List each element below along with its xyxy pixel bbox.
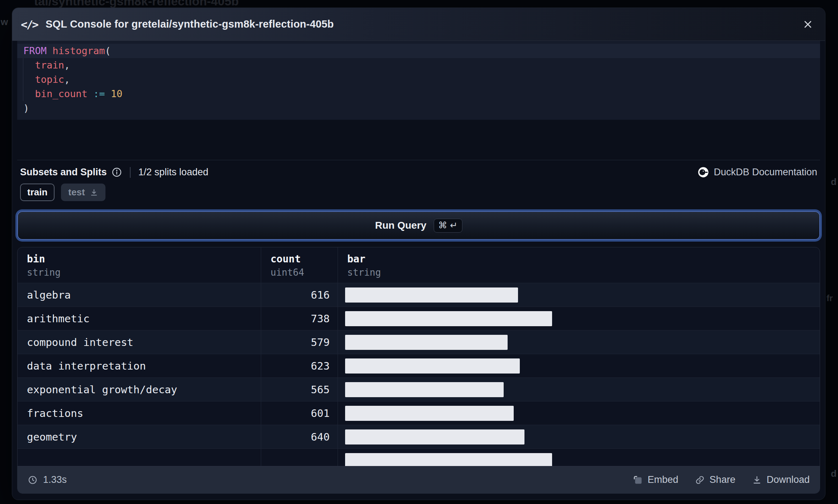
table-row: data interpretation623 [18,354,820,377]
page-backdrop: { "backdrop": { "fragments": [ { "text":… [0,0,838,504]
background-text-fragment: tai/synthetic-gsm8k-reflection-405b [34,0,239,8]
code-line: bin_count := 10 [17,87,820,101]
column-header-bin: binstring [18,247,261,283]
background-text-fragment: d [831,176,837,187]
split-chip-test[interactable]: test [61,184,105,201]
divider [130,167,131,178]
cell-bar [338,401,820,425]
cell-bar [338,378,820,401]
download-button[interactable]: Download [752,474,810,485]
embed-label: Embed [648,474,678,485]
histogram-bar [345,382,504,397]
cell-bin: algebra [18,283,261,306]
cell-bar [338,331,820,354]
column-header-count: countuint64 [261,247,338,283]
run-query-button[interactable]: Run Query ⌘ ↵ [17,211,820,240]
column-header-bar: barstring [338,247,820,283]
column-name: count [270,253,338,265]
table-row [18,448,820,466]
share-label: Share [710,474,735,485]
results-table[interactable]: binstringcountuint64barstringalgebra616a… [18,247,820,466]
run-query-label: Run Query [375,220,426,231]
embed-icon [633,475,643,485]
duckdb-logo-icon [698,167,709,178]
column-name: bin [27,253,261,265]
sql-editor-zone: FROM histogram( train, topic, bin_count … [17,41,820,160]
sql-editor[interactable]: FROM histogram( train, topic, bin_count … [17,41,820,120]
cell-count: 640 [261,425,338,448]
code-token [47,45,52,56]
modal-header: </> SQL Console for gretelai/synthetic-g… [12,8,825,41]
duckdb-documentation-label: DuckDB Documentation [714,167,817,178]
code-token: 10 [111,88,123,99]
close-button[interactable] [800,16,816,32]
code-token: train [23,60,64,71]
share-link-icon [695,475,705,485]
info-icon[interactable] [112,167,122,177]
cell-count: 616 [261,283,338,306]
cell-bar [338,307,820,330]
table-row: geometry640 [18,425,820,448]
keyboard-shortcut-badge: ⌘ ↵ [434,219,462,233]
code-line: train, [17,58,820,72]
cell-bin [18,449,261,466]
results-card: binstringcountuint64barstringalgebra616a… [17,247,820,494]
cell-bar [338,354,820,377]
download-label: Download [767,474,810,485]
modal-body: FROM histogram( train, topic, bin_count … [12,41,825,500]
cell-bin: arithmetic [18,307,261,330]
column-type: string [27,267,261,278]
query-duration-value: 1.33s [43,474,67,485]
table-header-row: binstringcountuint64barstring [18,247,820,283]
code-line: topic, [17,72,820,87]
code-token: , [64,60,70,71]
column-type: uint64 [270,267,338,278]
code-token [88,88,93,99]
column-type: string [347,267,820,278]
code-token: ) [23,103,29,114]
background-text-fragment: fr [827,293,833,303]
cell-bar [338,283,820,306]
results-footer: 1.33s Embed S [18,466,820,493]
histogram-bar [345,429,524,444]
histogram-bar [345,287,518,303]
cell-count: 738 [261,307,338,330]
share-button[interactable]: Share [695,474,735,485]
download-icon [752,475,762,485]
split-chip-train-label: train [27,187,47,198]
code-line: FROM histogram( [17,44,820,58]
code-token [105,88,111,99]
cell-bin: compound interest [18,331,261,354]
table-row: compound interest579 [18,330,820,354]
split-chips: train test [20,184,817,201]
split-chip-train[interactable]: train [20,184,55,201]
histogram-bar [345,311,552,326]
cell-bin: geometry [18,425,261,448]
table-row: fractions601 [18,401,820,425]
cell-count: 565 [261,378,338,401]
duckdb-documentation-link[interactable]: DuckDB Documentation [698,167,817,178]
cell-count: 623 [261,354,338,377]
cell-bar [338,425,820,448]
split-chip-test-label: test [68,187,85,198]
clock-icon [28,475,38,485]
editor-empty-space [17,120,820,160]
sql-console-modal: </> SQL Console for gretelai/synthetic-g… [12,8,825,500]
cell-count: 579 [261,331,338,354]
cell-count [261,449,338,466]
background-text-fragment: d [831,468,837,479]
splits-loaded-status: 1/2 splits loaded [138,167,208,178]
embed-button[interactable]: Embed [633,474,678,485]
table-row: algebra616 [18,283,820,306]
subsets-title: Subsets and Splits [20,167,107,178]
code-icon: </> [21,18,38,31]
code-token: histogram [52,45,105,56]
subsets-section-header: Subsets and Splits 1/2 splits loaded Duc… [20,167,817,178]
modal-title: SQL Console for gretelai/synthetic-gsm8k… [46,18,334,30]
download-split-icon [90,188,98,197]
query-duration: 1.33s [28,474,67,485]
histogram-bar [345,358,520,374]
footer-actions: Embed Share Download [633,474,810,485]
background-text-fragment: w [1,16,8,28]
code-token: := [93,88,105,99]
